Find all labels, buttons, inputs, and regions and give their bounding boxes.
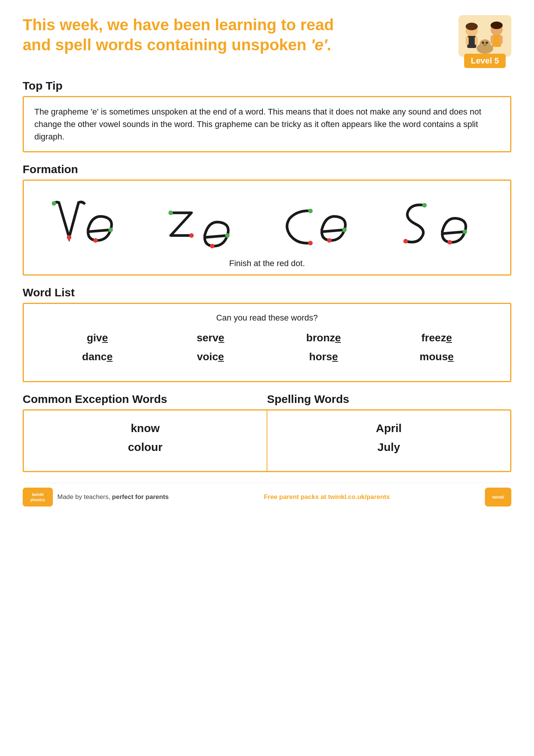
svg-point-4 [483,44,487,46]
spelling-title: Spelling Words [267,393,511,406]
twinkl-phonics-logo: twinklphonics [23,488,53,507]
top-tip-box: The grapheme 'e' is sometimes unspoken a… [23,96,511,152]
formation-caption: Finish at the red dot. [31,259,503,268]
svg-point-16 [67,235,71,240]
wordlist-prompt: Can you read these words? [31,313,503,323]
exception-title: Common Exception Words [23,393,267,406]
svg-point-18 [93,238,98,243]
footer-tagline-normal: Made by teachers, [57,493,112,500]
svg-point-15 [52,201,56,206]
exception-col: Common Exception Words know colour [23,393,267,472]
svg-point-29 [463,229,467,234]
footer-center-text: Free parent packs at twinkl.co.uk/parent… [264,493,390,501]
title-emphasis: 'e'. [311,36,332,54]
svg-point-14 [491,22,503,29]
header-right: Level 5 [458,15,511,68]
twinkl-right-logo: twinkl [485,488,511,507]
spelling-box: April July [267,409,511,472]
svg-point-22 [210,244,215,248]
top-tip-title: Top Tip [23,79,511,92]
letter-ce [282,196,361,253]
top-tip-body: The grapheme 'e' is sometimes unspoken a… [34,107,481,141]
svg-point-20 [189,233,194,238]
svg-point-28 [403,239,408,243]
word-dance: dance [43,351,152,363]
svg-point-19 [168,211,173,215]
svg-point-23 [308,209,313,213]
page-header: This week, we have been learning to read… [23,15,511,68]
formation-letters [31,192,503,253]
svg-point-9 [466,23,478,30]
word-horse: horse [269,351,378,363]
svg-point-17 [108,228,113,232]
footer-tagline-bold: perfect for parents [112,493,169,500]
wordlist-box: Can you read these words? give serve bro… [23,303,511,382]
bottom-section: Common Exception Words know colour Spell… [23,393,511,472]
svg-rect-13 [500,36,503,44]
word-give: give [43,332,152,344]
word-serve: serve [156,332,265,344]
word-voice: voice [156,351,265,363]
svg-point-25 [342,228,347,232]
word-freeze: freeze [382,332,492,344]
svg-point-3 [486,42,488,44]
formation-title: Formation [23,163,511,176]
avatar-illustration [460,16,509,56]
wordlist-grid: give serve bronze freeze dance voice hor… [31,332,503,363]
svg-point-26 [327,238,332,243]
wordlist-title: Word List [23,286,511,299]
footer-tagline: Made by teachers, perfect for parents [57,493,169,501]
page-footer: twinklphonics Made by teachers, perfect … [23,483,511,507]
svg-point-21 [225,233,230,238]
svg-rect-7 [466,37,469,45]
exception-word-colour: colour [31,441,259,454]
footer-left: twinklphonics Made by teachers, perfect … [23,488,169,507]
svg-point-24 [308,241,313,245]
page-title: This week, we have been learning to read… [23,15,334,55]
title-line2: and spell words containing unspoken [23,36,311,54]
svg-point-30 [448,240,452,245]
letter-se [399,192,486,253]
svg-point-27 [422,203,427,208]
spelling-col: Spelling Words April July [267,393,511,472]
svg-point-2 [482,42,484,44]
title-line1: This week, we have been learning to read [23,16,334,34]
formation-box: Finish at the red dot. [23,180,511,276]
spelling-word-july: July [275,441,503,454]
word-mouse: mouse [382,351,492,363]
spelling-word-april: April [275,422,503,435]
exception-box: know colour [23,409,267,472]
word-bronze: bronze [269,332,378,344]
level-badge: Level 5 [464,54,506,68]
exception-word-know: know [31,422,259,435]
letter-ve [48,196,128,253]
svg-rect-12 [491,36,494,44]
svg-rect-8 [475,37,478,45]
letter-ze [165,196,244,253]
